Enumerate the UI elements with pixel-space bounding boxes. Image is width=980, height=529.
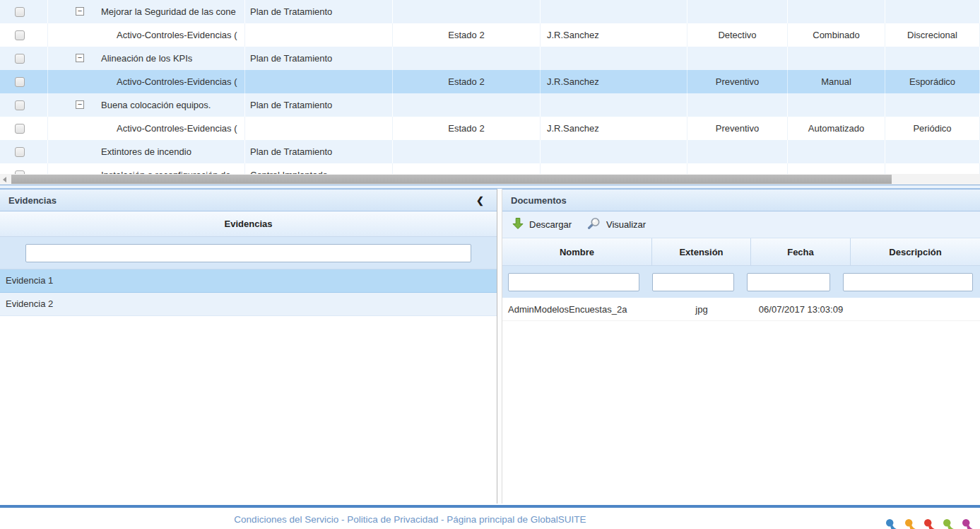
row-checkbox[interactable]	[15, 7, 25, 17]
cell-responsable	[541, 93, 687, 117]
cell-frecuencia: Periódico	[885, 117, 980, 140]
page-footer: Condiciones del Servicio - Politica de P…	[0, 505, 980, 529]
document-nombre: AdminModelosEncuestas_2a	[502, 298, 652, 320]
link-pagina-principal[interactable]: Página principal de GlobalSUITE	[447, 514, 586, 525]
cell-tipo	[687, 0, 788, 23]
cell-modo: Automatizado	[788, 117, 885, 140]
evidencias-filter-row	[0, 237, 497, 269]
cell-frecuencia	[885, 140, 980, 163]
link-separator: -	[438, 514, 447, 525]
table-row[interactable]: − Buena colocación equipos. Plan de Trat…	[0, 93, 980, 117]
table-row[interactable]: − Mejorar la Seguridad de las cone Plan …	[0, 0, 980, 23]
panels-vertical-divider[interactable]	[497, 189, 502, 504]
document-extension: jpg	[652, 298, 751, 320]
swoosh-red-icon[interactable]	[923, 518, 940, 529]
filter-descripcion-input[interactable]	[843, 273, 973, 291]
cell-frecuencia	[885, 93, 980, 117]
table-row[interactable]: Instalación o reconfiguración de Control…	[0, 163, 980, 174]
cell-tipo	[687, 47, 788, 70]
list-item[interactable]: Evidencia 2	[0, 293, 497, 316]
tree-cell: − Buena colocación equipos.	[48, 93, 245, 117]
cell-frecuencia: Esporádico	[885, 70, 980, 93]
row-checkbox[interactable]	[15, 30, 25, 40]
column-header-extension[interactable]: Extensión	[652, 238, 751, 265]
descargar-button[interactable]: Descargar	[508, 215, 576, 234]
row-checkbox[interactable]	[15, 124, 25, 134]
collapse-row-icon[interactable]: −	[76, 54, 84, 62]
collapse-row-icon[interactable]: −	[76, 100, 84, 109]
table-row-selected[interactable]: Activo-Controles-Evidencias ( Estado 2 J…	[0, 70, 980, 93]
cell-tipo	[687, 140, 788, 163]
checkbox-cell	[0, 140, 48, 163]
column-header-descripcion[interactable]: Descripción	[851, 238, 980, 265]
cell-plan	[245, 23, 393, 47]
row-name: Activo-Controles-Evidencias (	[117, 76, 237, 87]
evidencias-column-header: Evidencias	[0, 211, 497, 237]
evidencias-header: Evidencias ❮	[0, 189, 497, 211]
cell-plan: Plan de Tratamiento	[245, 93, 393, 117]
cell-frecuencia	[885, 0, 980, 23]
filter-fecha-input[interactable]	[747, 273, 830, 291]
horizontal-scrollbar[interactable]	[0, 174, 980, 185]
row-name: Activo-Controles-Evidencias (	[117, 30, 237, 40]
checkbox-cell	[0, 47, 48, 70]
descargar-label: Descargar	[529, 219, 572, 230]
documentos-toolbar: Descargar Visualizar	[502, 211, 980, 238]
table-row[interactable]: Activo-Controles-Evidencias ( Estado 2 J…	[0, 23, 980, 47]
cell-modo	[788, 0, 885, 23]
document-fecha: 06/07/2017 13:03:09	[751, 298, 851, 320]
filter-extension-input[interactable]	[652, 273, 735, 291]
checkbox-cell	[0, 0, 48, 23]
footer-logo-icons	[885, 518, 978, 529]
column-header-fecha[interactable]: Fecha	[751, 238, 851, 265]
swoosh-magenta-icon[interactable]	[961, 518, 978, 529]
checkbox-cell	[0, 70, 48, 93]
cell-frecuencia: Discrecional	[885, 23, 980, 47]
evidencias-title: Evidencias	[8, 195, 57, 206]
tree-cell: Extintores de incendio	[48, 140, 245, 163]
list-item-selected[interactable]: Evidencia 1	[0, 269, 497, 293]
row-checkbox[interactable]	[15, 147, 25, 157]
evidencias-filter-input[interactable]	[25, 244, 471, 262]
cell-responsable	[541, 0, 687, 23]
tree-cell: Activo-Controles-Evidencias (	[48, 23, 245, 47]
link-condiciones[interactable]: Condiciones del Servicio	[234, 514, 338, 525]
tree-cell: Activo-Controles-Evidencias (	[48, 117, 245, 140]
row-checkbox[interactable]	[15, 54, 25, 64]
collapse-panel-icon[interactable]: ❮	[476, 195, 484, 206]
visualizar-button[interactable]: Visualizar	[583, 215, 650, 234]
document-row[interactable]: AdminModelosEncuestas_2a jpg 06/07/2017 …	[502, 298, 980, 321]
controls-grid: − Mejorar la Seguridad de las cone Plan …	[0, 0, 980, 174]
tree-cell: Instalación o reconfiguración de	[48, 163, 245, 174]
checkbox-cell	[0, 163, 48, 174]
evidencias-panel: Evidencias ❮ Evidencias Evidencia 1 Evid…	[0, 189, 497, 504]
table-row[interactable]: Activo-Controles-Evidencias ( Estado 2 J…	[0, 117, 980, 140]
collapse-row-icon[interactable]: −	[76, 7, 84, 16]
swoosh-orange-icon[interactable]	[904, 518, 921, 529]
link-privacidad[interactable]: Politica de Privacidad	[347, 514, 438, 525]
swoosh-green-icon[interactable]	[942, 518, 959, 529]
cell-responsable	[541, 140, 687, 163]
tree-cell: − Mejorar la Seguridad de las cone	[48, 0, 245, 23]
row-name: Alineación de los KPIs	[101, 53, 192, 64]
swoosh-blue-icon[interactable]	[885, 518, 902, 529]
column-header-nombre[interactable]: Nombre	[502, 238, 652, 265]
documentos-column-headers: Nombre Extensión Fecha Descripción	[502, 238, 980, 266]
documentos-filter-row	[502, 266, 980, 298]
cell-responsable: J.R.Sanchez	[541, 70, 687, 93]
scrollbar-thumb[interactable]	[11, 175, 892, 184]
cell-modo: Manual	[788, 70, 885, 93]
scroll-left-arrow-icon[interactable]	[3, 177, 6, 182]
cell-plan: Plan de Tratamiento	[245, 140, 393, 163]
filter-nombre-input[interactable]	[508, 273, 639, 291]
cell-estado: Estado 2	[393, 117, 541, 140]
row-checkbox[interactable]	[15, 77, 25, 87]
cell-estado	[393, 47, 541, 70]
row-name: Buena colocación equipos.	[101, 100, 211, 110]
table-row[interactable]: − Alineación de los KPIs Plan de Tratami…	[0, 47, 980, 70]
table-row[interactable]: Extintores de incendio Plan de Tratamien…	[0, 140, 980, 163]
documentos-panel: Documentos Descargar	[502, 189, 980, 504]
row-checkbox[interactable]	[15, 100, 25, 110]
documentos-header: Documentos	[502, 189, 980, 211]
documentos-title: Documentos	[511, 195, 567, 206]
